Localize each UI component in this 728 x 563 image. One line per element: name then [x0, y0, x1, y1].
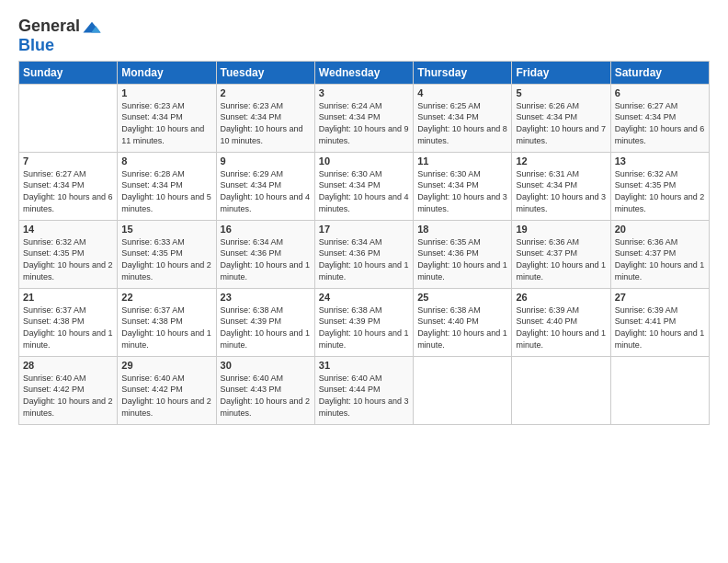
calendar-cell: 21Sunrise: 6:37 AMSunset: 4:38 PMDayligh…	[19, 288, 118, 356]
calendar-cell: 10Sunrise: 6:30 AMSunset: 4:34 PMDayligh…	[314, 152, 413, 220]
day-number: 3	[319, 87, 409, 98]
calendar-cell	[414, 356, 512, 424]
calendar-cell: 27Sunrise: 6:39 AMSunset: 4:41 PMDayligh…	[610, 288, 709, 356]
day-number: 21	[23, 292, 113, 303]
week-row-4: 21Sunrise: 6:37 AMSunset: 4:38 PMDayligh…	[19, 288, 710, 356]
logo-blue: Blue	[18, 37, 54, 55]
day-number: 24	[319, 292, 409, 303]
day-info: Sunrise: 6:39 AMSunset: 4:40 PMDaylight:…	[516, 304, 606, 350]
day-info: Sunrise: 6:38 AMSunset: 4:39 PMDaylight:…	[221, 304, 311, 350]
day-info: Sunrise: 6:40 AMSunset: 4:43 PMDaylight:…	[221, 373, 311, 419]
calendar-cell: 12Sunrise: 6:31 AMSunset: 4:34 PMDayligh…	[512, 152, 610, 220]
day-number: 27	[615, 292, 705, 303]
day-number: 26	[516, 292, 606, 303]
day-number: 15	[121, 224, 211, 235]
calendar-page: General Blue SundayMondayTuesdayWednesda…	[0, 0, 728, 563]
logo: General Blue	[18, 17, 102, 55]
day-info: Sunrise: 6:27 AMSunset: 4:34 PMDaylight:…	[615, 100, 705, 146]
day-info: Sunrise: 6:34 AMSunset: 4:36 PMDaylight:…	[221, 236, 311, 282]
day-info: Sunrise: 6:30 AMSunset: 4:34 PMDaylight:…	[319, 168, 409, 214]
calendar-cell: 30Sunrise: 6:40 AMSunset: 4:43 PMDayligh…	[216, 356, 314, 424]
calendar-cell: 3Sunrise: 6:24 AMSunset: 4:34 PMDaylight…	[314, 84, 413, 152]
day-number: 23	[221, 292, 311, 303]
day-info: Sunrise: 6:40 AMSunset: 4:44 PMDaylight:…	[319, 373, 409, 419]
day-header-friday: Friday	[512, 61, 610, 84]
calendar-cell: 1Sunrise: 6:23 AMSunset: 4:34 PMDaylight…	[118, 84, 216, 152]
calendar-cell: 28Sunrise: 6:40 AMSunset: 4:42 PMDayligh…	[19, 356, 118, 424]
week-row-3: 14Sunrise: 6:32 AMSunset: 4:35 PMDayligh…	[19, 220, 710, 288]
calendar-cell: 25Sunrise: 6:38 AMSunset: 4:40 PMDayligh…	[414, 288, 512, 356]
calendar-cell: 7Sunrise: 6:27 AMSunset: 4:34 PMDaylight…	[19, 152, 118, 220]
day-info: Sunrise: 6:33 AMSunset: 4:35 PMDaylight:…	[121, 236, 211, 282]
day-info: Sunrise: 6:30 AMSunset: 4:34 PMDaylight:…	[417, 168, 507, 214]
day-number: 8	[121, 155, 211, 167]
day-number: 31	[319, 360, 409, 371]
calendar-cell: 2Sunrise: 6:23 AMSunset: 4:34 PMDaylight…	[216, 84, 314, 152]
day-info: Sunrise: 6:29 AMSunset: 4:34 PMDaylight:…	[221, 168, 311, 214]
day-number: 30	[221, 360, 311, 371]
calendar-cell: 26Sunrise: 6:39 AMSunset: 4:40 PMDayligh…	[512, 288, 610, 356]
week-row-5: 28Sunrise: 6:40 AMSunset: 4:42 PMDayligh…	[19, 356, 710, 424]
calendar-cell: 31Sunrise: 6:40 AMSunset: 4:44 PMDayligh…	[314, 356, 413, 424]
calendar-cell: 22Sunrise: 6:37 AMSunset: 4:38 PMDayligh…	[118, 288, 216, 356]
day-number: 5	[516, 87, 606, 98]
day-number: 20	[615, 224, 705, 235]
day-number: 16	[221, 224, 311, 235]
day-info: Sunrise: 6:38 AMSunset: 4:40 PMDaylight:…	[417, 304, 507, 350]
calendar-cell	[19, 84, 118, 152]
day-info: Sunrise: 6:31 AMSunset: 4:34 PMDaylight:…	[516, 168, 606, 214]
day-number: 12	[516, 155, 606, 167]
day-header-thursday: Thursday	[414, 61, 512, 84]
day-number: 1	[121, 87, 211, 98]
calendar-cell: 5Sunrise: 6:26 AMSunset: 4:34 PMDaylight…	[512, 84, 610, 152]
logo-icon	[82, 17, 102, 37]
day-number: 19	[516, 224, 606, 235]
day-info: Sunrise: 6:23 AMSunset: 4:34 PMDaylight:…	[221, 100, 311, 146]
header: General Blue	[18, 17, 710, 55]
calendar-table: SundayMondayTuesdayWednesdayThursdayFrid…	[18, 61, 710, 425]
calendar-cell: 4Sunrise: 6:25 AMSunset: 4:34 PMDaylight…	[414, 84, 512, 152]
day-info: Sunrise: 6:40 AMSunset: 4:42 PMDaylight:…	[23, 373, 113, 419]
header-row: SundayMondayTuesdayWednesdayThursdayFrid…	[19, 61, 710, 84]
day-number: 28	[23, 360, 113, 371]
day-header-monday: Monday	[118, 61, 216, 84]
day-info: Sunrise: 6:39 AMSunset: 4:41 PMDaylight:…	[615, 304, 705, 350]
calendar-cell: 16Sunrise: 6:34 AMSunset: 4:36 PMDayligh…	[216, 220, 314, 288]
day-number: 7	[23, 155, 113, 167]
day-number: 13	[615, 155, 705, 167]
calendar-cell: 9Sunrise: 6:29 AMSunset: 4:34 PMDaylight…	[216, 152, 314, 220]
day-number: 25	[417, 292, 507, 303]
calendar-cell: 14Sunrise: 6:32 AMSunset: 4:35 PMDayligh…	[19, 220, 118, 288]
calendar-cell: 20Sunrise: 6:36 AMSunset: 4:37 PMDayligh…	[610, 220, 709, 288]
calendar-cell: 11Sunrise: 6:30 AMSunset: 4:34 PMDayligh…	[414, 152, 512, 220]
calendar-cell: 13Sunrise: 6:32 AMSunset: 4:35 PMDayligh…	[610, 152, 709, 220]
day-info: Sunrise: 6:38 AMSunset: 4:39 PMDaylight:…	[319, 304, 409, 350]
calendar-cell: 18Sunrise: 6:35 AMSunset: 4:36 PMDayligh…	[414, 220, 512, 288]
day-info: Sunrise: 6:36 AMSunset: 4:37 PMDaylight:…	[615, 236, 705, 282]
day-info: Sunrise: 6:25 AMSunset: 4:34 PMDaylight:…	[417, 100, 507, 146]
day-info: Sunrise: 6:26 AMSunset: 4:34 PMDaylight:…	[516, 100, 606, 146]
day-info: Sunrise: 6:24 AMSunset: 4:34 PMDaylight:…	[319, 100, 409, 146]
day-info: Sunrise: 6:32 AMSunset: 4:35 PMDaylight:…	[23, 236, 113, 282]
day-info: Sunrise: 6:28 AMSunset: 4:34 PMDaylight:…	[121, 168, 211, 214]
day-number: 18	[417, 224, 507, 235]
calendar-cell: 8Sunrise: 6:28 AMSunset: 4:34 PMDaylight…	[118, 152, 216, 220]
calendar-cell: 24Sunrise: 6:38 AMSunset: 4:39 PMDayligh…	[314, 288, 413, 356]
calendar-cell: 19Sunrise: 6:36 AMSunset: 4:37 PMDayligh…	[512, 220, 610, 288]
calendar-cell: 23Sunrise: 6:38 AMSunset: 4:39 PMDayligh…	[216, 288, 314, 356]
calendar-cell: 29Sunrise: 6:40 AMSunset: 4:42 PMDayligh…	[118, 356, 216, 424]
day-number: 22	[121, 292, 211, 303]
calendar-cell	[610, 356, 709, 424]
day-number: 2	[221, 87, 311, 98]
day-header-wednesday: Wednesday	[314, 61, 413, 84]
day-number: 10	[319, 155, 409, 167]
day-number: 14	[23, 224, 113, 235]
logo-general: General	[18, 17, 80, 36]
week-row-2: 7Sunrise: 6:27 AMSunset: 4:34 PMDaylight…	[19, 152, 710, 220]
day-info: Sunrise: 6:27 AMSunset: 4:34 PMDaylight:…	[23, 168, 113, 214]
day-info: Sunrise: 6:40 AMSunset: 4:42 PMDaylight:…	[121, 373, 211, 419]
week-row-1: 1Sunrise: 6:23 AMSunset: 4:34 PMDaylight…	[19, 84, 710, 152]
day-info: Sunrise: 6:37 AMSunset: 4:38 PMDaylight:…	[121, 304, 211, 350]
day-number: 29	[121, 360, 211, 371]
day-info: Sunrise: 6:32 AMSunset: 4:35 PMDaylight:…	[615, 168, 705, 214]
